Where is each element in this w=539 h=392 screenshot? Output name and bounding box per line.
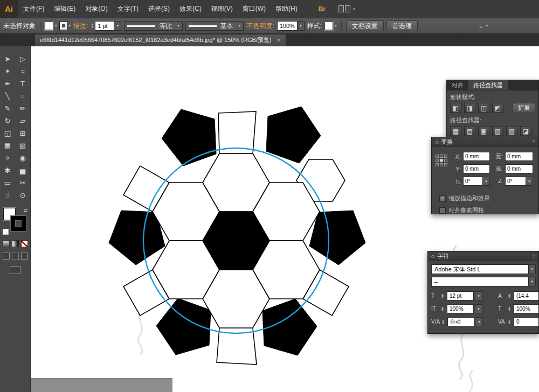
chevron-down-icon[interactable]: ▾	[298, 21, 305, 31]
opacity-value[interactable]: 100%	[277, 21, 298, 31]
width-profile-dropdown[interactable]: 等比 ▾	[124, 21, 183, 31]
menu-view[interactable]: 视图(V)	[206, 0, 238, 18]
rotate-tool[interactable]: ↻	[0, 115, 15, 127]
stepper-icon[interactable]: ▲▼	[508, 306, 511, 312]
paintbrush-tool[interactable]: ✎	[0, 102, 15, 115]
slice-tool[interactable]: ✂	[15, 177, 30, 189]
horizontal-scale-value[interactable]: 100%	[514, 304, 539, 313]
menu-edit[interactable]: 编辑(E)	[49, 0, 80, 18]
bridge-launcher-icon[interactable]: Br	[319, 5, 326, 13]
swap-fill-stroke-icon[interactable]: ⇄	[23, 208, 27, 213]
trim-button[interactable]: ▤	[464, 126, 475, 136]
none-button[interactable]	[21, 240, 28, 247]
screen-mode-button[interactable]	[10, 266, 20, 274]
stepper-icon[interactable]: ▲▼	[441, 306, 444, 312]
horizontal-scale-control[interactable]: T ▲▼ 100%	[498, 304, 539, 313]
kerning-control[interactable]: V/A ▲▼ 自动 ▾	[431, 317, 492, 326]
chevron-down-icon[interactable]: ▾	[475, 291, 482, 300]
y-field[interactable]: 0 mm	[463, 164, 490, 173]
document-tab[interactable]: e66fd1441d12e0566470857602ef6152_t0182a3…	[34, 34, 286, 46]
black-pentagon-top-left[interactable]	[162, 109, 216, 166]
menu-object[interactable]: 对象(O)	[80, 0, 112, 18]
opacity-field[interactable]: 100% ▾	[277, 21, 305, 31]
white-square-top[interactable]	[218, 111, 256, 153]
stroke-panel-link[interactable]: 描边:	[73, 22, 88, 31]
lasso-tool[interactable]: ≈	[15, 65, 30, 78]
preferences-button[interactable]: 首选项	[386, 20, 418, 31]
font-size-control[interactable]: T ▲▼ 12 pt ▾	[431, 291, 492, 300]
magic-wand-tool[interactable]: ✶	[0, 65, 15, 78]
pen-tool[interactable]: ✒	[0, 78, 15, 90]
outline-button[interactable]: ▧	[506, 126, 517, 136]
align-pixel-grid-checkbox[interactable]: 对齐像素网格	[439, 206, 535, 214]
panel-menu-icon[interactable]: ≡	[532, 253, 535, 259]
arrange-documents-icon[interactable]: ▾	[338, 5, 355, 12]
menu-window[interactable]: 窗口(W)	[238, 0, 271, 18]
stroke-color-swatch[interactable]	[10, 215, 26, 232]
rotate-field[interactable]: 0°	[463, 177, 483, 186]
stroke-weight-field[interactable]: ▲▼ 1 pt ▾	[91, 21, 121, 31]
menu-file[interactable]: 文件(F)	[18, 0, 49, 18]
chevron-down-icon[interactable]: ▾	[475, 304, 482, 313]
chevron-down-icon[interactable]: ▾	[526, 177, 533, 186]
menu-select[interactable]: 选择(S)	[143, 0, 175, 18]
brush-definition-dropdown[interactable]: 基本 ▾	[185, 21, 244, 31]
stepper-icon[interactable]: ▲▼	[508, 293, 511, 299]
document-setup-button[interactable]: 文档设置	[346, 20, 384, 31]
collapse-diamond-icon[interactable]: ◇	[431, 254, 435, 259]
scale-strokes-checkbox[interactable]: ✓ 缩放描边和效果	[439, 194, 535, 202]
scale-tool[interactable]: ▱	[15, 115, 30, 127]
kerning-value[interactable]: 自动	[447, 317, 474, 326]
default-fill-stroke-icon[interactable]	[3, 229, 9, 235]
width-field[interactable]: 0 mm	[505, 152, 533, 161]
eyedropper-tool[interactable]: ✧	[0, 152, 15, 164]
panel-menu-icon[interactable]: ≡	[532, 139, 535, 145]
stepper-icon[interactable]: ▲▼	[441, 293, 444, 299]
x-field[interactable]: 0 mm	[463, 152, 490, 161]
chevron-down-icon[interactable]: ▾	[529, 277, 536, 286]
height-field[interactable]: 0 mm	[505, 164, 533, 173]
stroke-weight-value[interactable]: 1 pt	[95, 21, 114, 31]
tracking-value[interactable]: 0	[514, 317, 539, 326]
draw-normal-icon[interactable]	[3, 253, 10, 260]
tab-pathfinder[interactable]: 路径查找器	[468, 80, 508, 90]
draw-inside-icon[interactable]	[21, 253, 28, 260]
chevron-down-icon[interactable]: ▾	[476, 317, 483, 326]
draw-behind-icon[interactable]	[12, 253, 19, 260]
symbol-sprayer-tool[interactable]: ✱	[0, 164, 15, 177]
menu-help[interactable]: 帮助(H)	[271, 0, 302, 18]
artboard-tool[interactable]: ▭	[0, 177, 15, 189]
stepper-icon[interactable]: ▲▼	[91, 23, 94, 29]
leading-value[interactable]: (14.4	[514, 291, 539, 300]
fill-color-control[interactable]: ▾	[45, 22, 57, 30]
leading-control[interactable]: A ▲▼ (14.4 ▾	[498, 291, 539, 300]
merge-button[interactable]: ▣	[478, 126, 489, 136]
unite-button[interactable]: ◧	[450, 103, 461, 113]
crop-button[interactable]: ▨	[492, 126, 503, 136]
line-tool[interactable]: ╲	[0, 90, 15, 102]
selection-tool[interactable]: ➤	[0, 53, 15, 65]
divide-button[interactable]: ▦	[450, 126, 461, 136]
font-size-value[interactable]: 12 pt	[447, 291, 474, 300]
shape-builder-tool[interactable]: ◱	[0, 127, 15, 139]
close-icon[interactable]: ×	[277, 37, 281, 44]
menu-effect[interactable]: 效果(C)	[175, 0, 206, 18]
opacity-panel-link[interactable]: 不透明度:	[246, 22, 274, 31]
collapse-diamond-icon[interactable]: ◇	[435, 139, 439, 145]
shear-field[interactable]: 0°	[505, 177, 526, 186]
soccer-ball-artwork[interactable]	[105, 102, 375, 372]
font-style-dropdown[interactable]: – ▾	[431, 277, 536, 286]
intersect-button[interactable]: ◫	[478, 103, 489, 113]
chevron-down-icon[interactable]: ▾	[483, 177, 490, 186]
gradient-tool[interactable]: ▧	[15, 139, 30, 152]
menu-type[interactable]: 文字(T)	[113, 0, 143, 18]
select-similar-options-icon[interactable]: ≡ ▾	[479, 23, 488, 29]
exclude-button[interactable]: ◩	[492, 103, 503, 113]
perspective-grid-tool[interactable]: ⊞	[15, 127, 30, 139]
minus-front-button[interactable]: ◨	[464, 103, 475, 113]
ellipse-tool[interactable]: ○	[15, 90, 30, 102]
direct-selection-tool[interactable]: ▷	[15, 53, 30, 65]
column-graph-tool[interactable]: ▅	[15, 164, 30, 177]
vertical-scale-control[interactable]: IT ▲▼ 100% ▾	[431, 304, 492, 313]
black-pentagon-right[interactable]	[309, 211, 365, 265]
